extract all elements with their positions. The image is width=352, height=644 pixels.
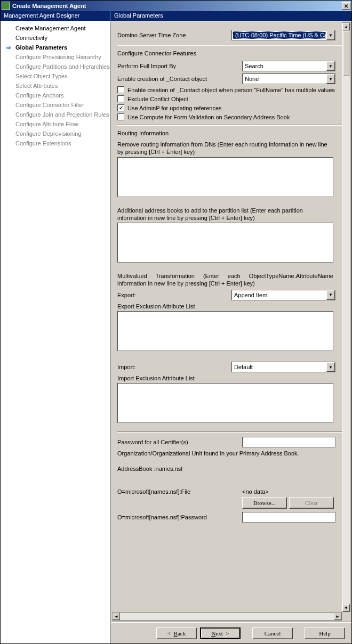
export-dropdown[interactable]: Append Item ▼ [231,290,335,300]
sidebar-step-12[interactable]: Configure Extensions [1,138,110,148]
sidebar-step-2[interactable]: Global Parameters [1,43,110,52]
timezone-dropdown[interactable]: (UTC-08:00) Pacific Time (US & Can ▼ [231,30,335,40]
sidebar-step-10[interactable]: Configure Attribute Flow [1,119,110,129]
sidebar-step-6[interactable]: Select Attributes [1,81,110,91]
sidebar-step-9[interactable]: Configure Join and Projection Rules [1,110,110,119]
close-button[interactable]: ✕ [342,2,350,10]
file-value: <no data> [242,488,335,495]
enable-contact-value: None [243,76,326,82]
addbooks-desc: Additional address books to add to the p… [117,207,333,222]
next-button[interactable]: Next > [200,627,241,639]
help-button[interactable]: Help [305,627,345,639]
cert-password-label: Password for all Certifier(s) [117,439,240,445]
sidebar-step-4[interactable]: Configure Partitions and Hierarchies [1,62,110,71]
scroll-up-icon[interactable]: ▲ [342,23,350,30]
scrollbar-thumb[interactable] [343,31,349,76]
sidebar-step-5[interactable]: Select Object Types [1,71,110,81]
multivalued-desc: Multivalued Transformation (Enter each O… [117,272,333,288]
export-label: Export: [117,292,229,298]
sidebar-header: Management Agent Designer [1,11,111,21]
password-label: O=microsoft[names.nsf]:Password [117,514,240,520]
exclude-conflict-label: Exclude Conflict Object [127,96,188,102]
content-header: Global Parameters [111,11,351,21]
use-compute-checkbox[interactable]: Use Compute for Form Validation on Secon… [117,113,346,120]
full-import-dropdown[interactable]: Search ▼ [242,61,335,71]
chevron-down-icon[interactable]: ▼ [326,61,335,71]
import-label: Import: [117,364,229,370]
form-scroll-area: Domino Server Time Zone (UTC-08:00) Paci… [111,21,351,622]
full-import-label: Perform Full Import By [117,63,240,69]
enable-contact-dropdown[interactable]: None ▼ [242,74,335,84]
button-row: < Back Next > Cancel Help [111,622,351,643]
timezone-value: (UTC-08:00) Pacific Time (US & Can [233,31,326,39]
sidebar-step-8[interactable]: Configure Connector Filter [1,100,110,110]
import-value: Default [232,364,326,370]
chevron-down-icon[interactable]: ▼ [326,290,335,300]
column-headers: Management Agent Designer Global Paramet… [1,11,351,21]
sidebar-step-7[interactable]: Configure Anchors [1,91,110,100]
app-icon [2,2,10,10]
titlebar: Create Management Agent ✕ [1,1,351,11]
timezone-label: Domino Server Time Zone [117,32,229,38]
routing-info-title: Routing Information [117,130,346,136]
use-adminp-label: Use AdminP for updating references [127,105,222,111]
checkbox-icon [117,86,124,93]
sidebar-step-11[interactable]: Configure Deprovisioning [1,129,110,138]
addbooks-textarea[interactable] [117,223,333,263]
use-adminp-checkbox[interactable]: ✓ Use AdminP for updating references [117,104,346,111]
horizontal-scrollbar[interactable]: ◄ ► [112,612,342,621]
addressbook-label: AddressBook :names.nsf [117,465,346,472]
back-button[interactable]: < Back [156,627,197,639]
checkbox-icon: ✓ [117,104,124,111]
chevron-down-icon[interactable]: ▼ [326,362,335,372]
checkbox-icon [117,95,124,102]
use-compute-label: Use Compute for Form Validation on Secon… [127,114,290,120]
connector-features-title: Configure Connector Features [117,50,346,56]
scroll-right-icon[interactable]: ► [334,613,341,620]
scroll-down-icon[interactable]: ▼ [342,604,350,612]
export-excl-textarea[interactable] [117,311,333,351]
enable-multi-label: Enable creation of _Contact object when … [127,87,335,93]
content-pane: Domino Server Time Zone (UTC-08:00) Paci… [111,21,351,643]
sidebar-step-0[interactable]: Create Management Agent [1,23,110,33]
password-input[interactable] [242,512,335,523]
checkbox-icon [117,113,124,120]
clear-button: Clear [289,497,334,509]
full-import-value: Search [243,63,326,69]
sidebar-step-3[interactable]: Configure Provisioning Hierarchy [1,52,110,62]
cert-password-input[interactable] [242,437,335,447]
enable-multi-checkbox[interactable]: Enable creation of _Contact object when … [117,86,346,93]
chevron-down-icon[interactable]: ▼ [326,30,335,40]
import-excl-textarea[interactable] [117,383,333,423]
browse-button[interactable]: Browse... [242,497,287,509]
routing-desc: Remove routing information from DNs (Ent… [117,141,333,156]
export-excl-label: Export Exclusion Attribute List [117,303,346,310]
routing-textarea[interactable] [117,157,333,197]
sidebar-step-1[interactable]: Connectivity [1,33,110,43]
step-sidebar: Create Management AgentConnectivityGloba… [1,21,111,643]
cancel-button[interactable]: Cancel [252,627,293,639]
import-excl-label: Import Exclusion Attribute List [117,374,346,382]
window-title: Create Management Agent [12,3,342,9]
enable-contact-label: Enable creation of _Contact object [117,76,240,82]
form-pane: Domino Server Time Zone (UTC-08:00) Paci… [111,21,351,622]
org-note: Organization/Organizational Unit found i… [117,450,346,457]
chevron-down-icon[interactable]: ▼ [326,74,335,84]
exclude-conflict-checkbox[interactable]: Exclude Conflict Object [117,95,346,102]
file-label: O=microsoft[names.nsf]:File [117,488,240,495]
vertical-scrollbar[interactable]: ▲ ▼ [342,22,350,612]
scroll-left-icon[interactable]: ◄ [113,613,120,620]
export-value: Append Item [232,292,326,298]
dialog-window: Create Management Agent ✕ Management Age… [0,0,352,644]
import-dropdown[interactable]: Default ▼ [231,362,335,372]
